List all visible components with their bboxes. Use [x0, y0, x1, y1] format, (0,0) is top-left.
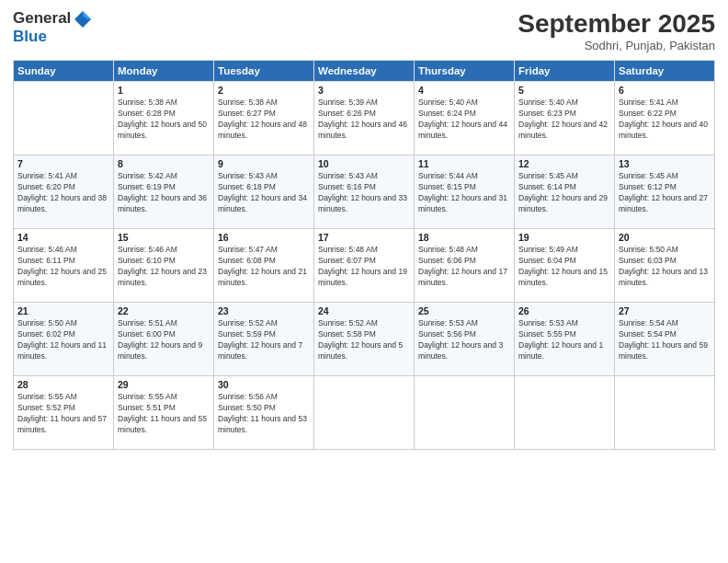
cell-date: 8 — [118, 158, 210, 169]
cell-info: Sunrise: 5:41 AMSunset: 6:20 PMDaylight:… — [17, 171, 109, 215]
calendar-cell: 22 Sunrise: 5:51 AMSunset: 6:00 PMDaylig… — [114, 303, 214, 376]
cell-date: 25 — [418, 305, 510, 316]
calendar-page: General Blue September 2025 Sodhri, Punj… — [0, 0, 728, 563]
cell-date: 28 — [17, 379, 109, 390]
calendar-cell: 21 Sunrise: 5:50 AMSunset: 6:02 PMDaylig… — [14, 303, 114, 376]
cell-info: Sunrise: 5:38 AMSunset: 6:28 PMDaylight:… — [118, 98, 210, 142]
col-friday: Friday — [515, 61, 615, 82]
cell-date: 21 — [17, 305, 109, 316]
calendar-cell: 18 Sunrise: 5:48 AMSunset: 6:06 PMDaylig… — [415, 229, 515, 303]
col-thursday: Thursday — [415, 61, 515, 82]
title-block: September 2025 Sodhri, Punjab, Pakistan — [518, 9, 715, 52]
month-title: September 2025 — [518, 9, 715, 39]
calendar-cell: 20 Sunrise: 5:50 AMSunset: 6:03 PMDaylig… — [615, 229, 715, 303]
header: General Blue September 2025 Sodhri, Punj… — [13, 9, 715, 52]
cell-date: 27 — [619, 305, 711, 316]
cell-date: 26 — [518, 305, 610, 316]
calendar-table: Sunday Monday Tuesday Wednesday Thursday… — [13, 60, 715, 450]
calendar-cell: 1 Sunrise: 5:38 AMSunset: 6:28 PMDayligh… — [114, 82, 214, 155]
col-saturday: Saturday — [615, 61, 715, 82]
calendar-week-row: 21 Sunrise: 5:50 AMSunset: 6:02 PMDaylig… — [14, 303, 715, 376]
logo-text: General — [13, 9, 93, 29]
cell-info: Sunrise: 5:54 AMSunset: 5:54 PMDaylight:… — [619, 318, 711, 362]
calendar-cell — [615, 376, 715, 450]
cell-date: 9 — [218, 158, 310, 169]
calendar-week-row: 14 Sunrise: 5:46 AMSunset: 6:11 PMDaylig… — [14, 229, 715, 303]
cell-date: 5 — [518, 85, 610, 96]
cell-date: 11 — [418, 158, 510, 169]
calendar-cell: 8 Sunrise: 5:42 AMSunset: 6:19 PMDayligh… — [114, 155, 214, 229]
header-row: Sunday Monday Tuesday Wednesday Thursday… — [14, 61, 715, 82]
cell-date: 16 — [218, 232, 310, 243]
cell-date: 17 — [318, 232, 410, 243]
cell-info: Sunrise: 5:38 AMSunset: 6:27 PMDaylight:… — [218, 98, 310, 142]
calendar-cell: 17 Sunrise: 5:48 AMSunset: 6:07 PMDaylig… — [314, 229, 415, 303]
cell-info: Sunrise: 5:42 AMSunset: 6:19 PMDaylight:… — [118, 171, 210, 215]
cell-info: Sunrise: 5:50 AMSunset: 6:03 PMDaylight:… — [619, 245, 711, 289]
cell-date: 22 — [118, 305, 210, 316]
calendar-week-row: 7 Sunrise: 5:41 AMSunset: 6:20 PMDayligh… — [14, 155, 715, 229]
cell-date: 15 — [118, 232, 210, 243]
cell-date: 7 — [17, 158, 109, 169]
cell-date: 18 — [418, 232, 510, 243]
calendar-cell: 9 Sunrise: 5:43 AMSunset: 6:18 PMDayligh… — [214, 155, 314, 229]
calendar-week-row: 1 Sunrise: 5:38 AMSunset: 6:28 PMDayligh… — [14, 82, 715, 155]
calendar-cell: 13 Sunrise: 5:45 AMSunset: 6:12 PMDaylig… — [615, 155, 715, 229]
calendar-cell: 16 Sunrise: 5:47 AMSunset: 6:08 PMDaylig… — [214, 229, 314, 303]
cell-info: Sunrise: 5:49 AMSunset: 6:04 PMDaylight:… — [518, 245, 610, 289]
cell-date: 6 — [619, 85, 711, 96]
cell-date: 13 — [619, 158, 711, 169]
cell-info: Sunrise: 5:53 AMSunset: 5:56 PMDaylight:… — [418, 318, 510, 362]
cell-info: Sunrise: 5:50 AMSunset: 6:02 PMDaylight:… — [17, 318, 109, 362]
cell-date: 4 — [418, 85, 510, 96]
cell-date: 29 — [118, 379, 210, 390]
calendar-cell: 25 Sunrise: 5:53 AMSunset: 5:56 PMDaylig… — [415, 303, 515, 376]
cell-date: 3 — [318, 85, 410, 96]
calendar-cell — [14, 82, 114, 155]
cell-info: Sunrise: 5:45 AMSunset: 6:12 PMDaylight:… — [619, 171, 711, 215]
calendar-cell — [515, 376, 615, 450]
cell-info: Sunrise: 5:43 AMSunset: 6:18 PMDaylight:… — [218, 171, 310, 215]
cell-info: Sunrise: 5:48 AMSunset: 6:06 PMDaylight:… — [418, 245, 510, 289]
cell-info: Sunrise: 5:55 AMSunset: 5:52 PMDaylight:… — [17, 392, 109, 436]
calendar-cell: 30 Sunrise: 5:56 AMSunset: 5:50 PMDaylig… — [214, 376, 314, 450]
cell-info: Sunrise: 5:56 AMSunset: 5:50 PMDaylight:… — [218, 392, 310, 436]
cell-info: Sunrise: 5:55 AMSunset: 5:51 PMDaylight:… — [118, 392, 210, 436]
cell-info: Sunrise: 5:39 AMSunset: 6:26 PMDaylight:… — [318, 98, 410, 142]
cell-info: Sunrise: 5:46 AMSunset: 6:10 PMDaylight:… — [118, 245, 210, 289]
cell-info: Sunrise: 5:51 AMSunset: 6:00 PMDaylight:… — [118, 318, 210, 362]
cell-info: Sunrise: 5:53 AMSunset: 5:55 PMDaylight:… — [518, 318, 610, 362]
col-monday: Monday — [114, 61, 214, 82]
subtitle: Sodhri, Punjab, Pakistan — [518, 39, 715, 52]
cell-date: 12 — [518, 158, 610, 169]
calendar-cell: 10 Sunrise: 5:43 AMSunset: 6:16 PMDaylig… — [314, 155, 415, 229]
cell-date: 14 — [17, 232, 109, 243]
cell-info: Sunrise: 5:52 AMSunset: 5:58 PMDaylight:… — [318, 318, 410, 362]
col-tuesday: Tuesday — [214, 61, 314, 82]
cell-date: 30 — [218, 379, 310, 390]
calendar-cell: 2 Sunrise: 5:38 AMSunset: 6:27 PMDayligh… — [214, 82, 314, 155]
cell-info: Sunrise: 5:43 AMSunset: 6:16 PMDaylight:… — [318, 171, 410, 215]
calendar-cell: 4 Sunrise: 5:40 AMSunset: 6:24 PMDayligh… — [415, 82, 515, 155]
calendar-cell: 28 Sunrise: 5:55 AMSunset: 5:52 PMDaylig… — [14, 376, 114, 450]
calendar-cell: 6 Sunrise: 5:41 AMSunset: 6:22 PMDayligh… — [615, 82, 715, 155]
cell-info: Sunrise: 5:40 AMSunset: 6:24 PMDaylight:… — [418, 98, 510, 142]
calendar-cell: 14 Sunrise: 5:46 AMSunset: 6:11 PMDaylig… — [14, 229, 114, 303]
cell-info: Sunrise: 5:45 AMSunset: 6:14 PMDaylight:… — [518, 171, 610, 215]
cell-info: Sunrise: 5:44 AMSunset: 6:15 PMDaylight:… — [418, 171, 510, 215]
cell-date: 20 — [619, 232, 711, 243]
cell-date: 23 — [218, 305, 310, 316]
cell-date: 19 — [518, 232, 610, 243]
logo: General Blue — [13, 9, 93, 46]
cell-info: Sunrise: 5:40 AMSunset: 6:23 PMDaylight:… — [518, 98, 610, 142]
calendar-cell: 15 Sunrise: 5:46 AMSunset: 6:10 PMDaylig… — [114, 229, 214, 303]
cell-date: 2 — [218, 85, 310, 96]
cell-date: 24 — [318, 305, 410, 316]
cell-info: Sunrise: 5:47 AMSunset: 6:08 PMDaylight:… — [218, 245, 310, 289]
cell-date: 10 — [318, 158, 410, 169]
calendar-cell: 5 Sunrise: 5:40 AMSunset: 6:23 PMDayligh… — [515, 82, 615, 155]
calendar-cell — [415, 376, 515, 450]
calendar-cell: 29 Sunrise: 5:55 AMSunset: 5:51 PMDaylig… — [114, 376, 214, 450]
calendar-cell: 23 Sunrise: 5:52 AMSunset: 5:59 PMDaylig… — [214, 303, 314, 376]
cell-info: Sunrise: 5:41 AMSunset: 6:22 PMDaylight:… — [619, 98, 711, 142]
